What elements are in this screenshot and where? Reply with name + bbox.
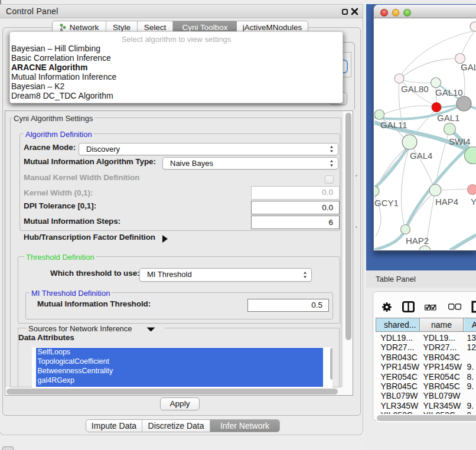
svg-text:GAL4: GAL4 xyxy=(410,151,432,161)
svg-text:GAL11: GAL11 xyxy=(380,120,407,130)
svg-text:Y: Y xyxy=(471,197,476,207)
svg-text:GAL1: GAL1 xyxy=(437,113,459,123)
svg-text:HAP4: HAP4 xyxy=(435,197,458,207)
svg-text:GAL10: GAL10 xyxy=(435,87,463,97)
svg-text:HAP2: HAP2 xyxy=(406,236,429,246)
svg-text:SWI4: SWI4 xyxy=(449,136,471,146)
svg-text:GCY1: GCY1 xyxy=(374,198,399,208)
svg-text:GAL7: GAL7 xyxy=(461,62,476,72)
svg-text:GAL80: GAL80 xyxy=(401,84,429,94)
